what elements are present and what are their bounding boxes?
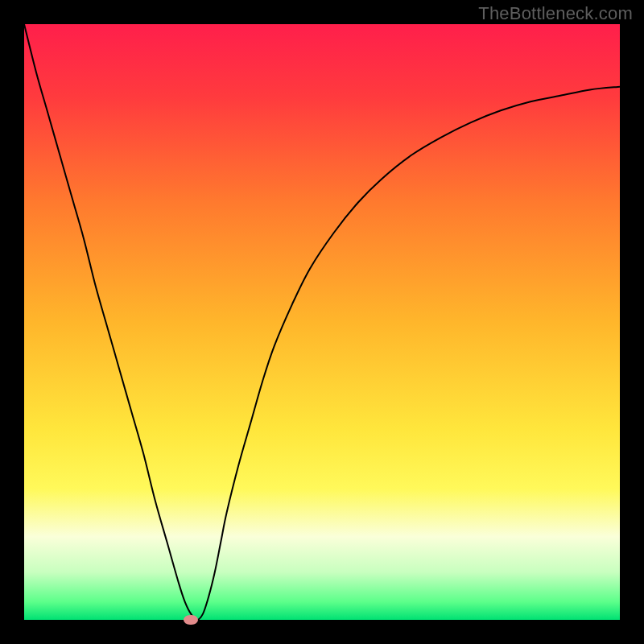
curve-layer [24, 24, 620, 620]
bottleneck-curve [24, 24, 620, 620]
plot-area [24, 24, 620, 620]
watermark-text: TheBottleneck.com [478, 3, 633, 24]
chart-frame: TheBottleneck.com [0, 0, 644, 644]
